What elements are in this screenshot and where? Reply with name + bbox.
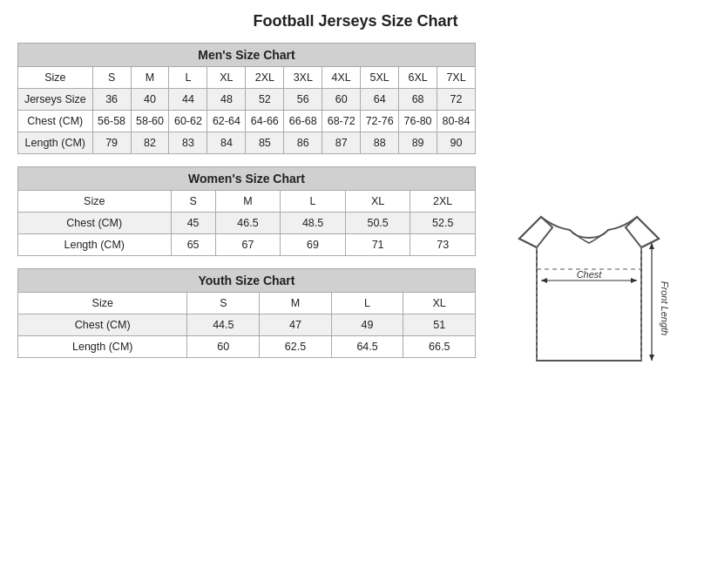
youth-size-table: Youth Size Chart Size S M L XL Chest (CM… xyxy=(17,268,476,358)
womens-table-header: Women's Size Chart xyxy=(18,167,476,191)
womens-col-size: Size xyxy=(18,191,172,213)
jersey-diagram-svg: Chest Front Length xyxy=(493,165,685,374)
youth-length-row: Length (CM) 60 62.5 64.5 66.5 xyxy=(18,336,476,358)
svg-marker-11 xyxy=(649,355,654,361)
womens-length-row: Length (CM) 65 67 69 71 73 xyxy=(18,234,476,256)
youth-table-header: Youth Size Chart xyxy=(18,269,476,293)
youth-chest-row: Chest (CM) 44.5 47 49 51 xyxy=(18,314,476,336)
mens-jersey-row: Jerseys Size 36 40 44 48 52 56 60 64 68 … xyxy=(18,89,476,111)
mens-chest-row: Chest (CM) 56-58 58-60 60-62 62-64 64-66… xyxy=(18,111,476,132)
svg-text:Front Length: Front Length xyxy=(660,281,670,335)
womens-size-table: Women's Size Chart Size S M L XL 2XL Che… xyxy=(17,166,476,256)
youth-col-size: Size xyxy=(18,293,187,314)
mens-table-header: Men's Size Chart xyxy=(18,44,476,67)
mens-col-size: Size xyxy=(18,67,93,89)
svg-text:Chest: Chest xyxy=(577,269,603,280)
womens-chest-row: Chest (CM) 45 46.5 48.5 50.5 52.5 xyxy=(18,213,476,234)
mens-length-row: Length (CM) 79 82 83 84 85 86 87 88 89 9… xyxy=(18,132,476,154)
mens-size-table: Men's Size Chart Size S M L XL 2XL 3XL 4… xyxy=(17,43,476,154)
jersey-diagram-container: Chest Front Length xyxy=(493,165,694,376)
tables-column: Men's Size Chart Size S M L XL 2XL 3XL 4… xyxy=(17,43,476,370)
page-title: Football Jerseys Size Chart xyxy=(17,12,694,30)
